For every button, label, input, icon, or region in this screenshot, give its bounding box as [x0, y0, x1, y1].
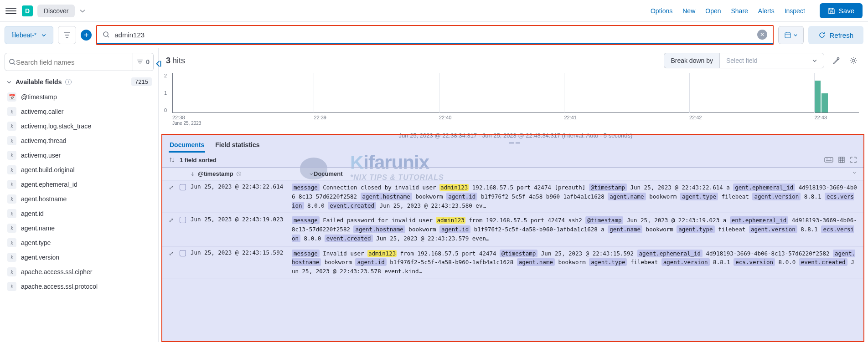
sort-down-icon — [191, 172, 195, 176]
svg-rect-5 — [825, 158, 833, 162]
field-name-label: activemq.thread — [21, 137, 67, 144]
available-fields-label: Available fields — [16, 78, 62, 86]
sort-icon[interactable] — [169, 157, 175, 163]
chevron-down-icon — [793, 33, 798, 37]
date-picker-button[interactable] — [778, 26, 804, 44]
document-rows: ⤢Jun 25, 2023 @ 22:43:22.614message Conn… — [162, 180, 863, 341]
available-fields-header[interactable]: Available fields i 7215 — [5, 76, 154, 90]
breakdown-select[interactable]: Select field — [719, 53, 824, 68]
expand-row-icon[interactable]: ⤢ — [169, 183, 180, 210]
field-item[interactable]: kagent.id — [5, 206, 154, 221]
row-checkbox[interactable] — [180, 216, 191, 243]
row-checkbox[interactable] — [180, 249, 191, 276]
link-options[interactable]: Options — [651, 7, 672, 15]
field-name-label: activemq.user — [21, 152, 61, 159]
row-timestamp: Jun 25, 2023 @ 22:43:19.023 — [191, 216, 292, 243]
col-document[interactable]: Document — [314, 170, 857, 177]
field-item[interactable]: kagent.name — [5, 221, 154, 235]
field-item[interactable]: kagent.hostname — [5, 192, 154, 206]
field-type-icon: k — [7, 122, 16, 131]
field-name-label: agent.name — [21, 225, 55, 232]
svg-point-2 — [10, 59, 14, 64]
field-type-icon: k — [7, 107, 16, 116]
link-alerts[interactable]: Alerts — [758, 7, 775, 15]
link-inspect[interactable]: Inspect — [785, 7, 805, 15]
field-name-label: activemq.log.stack_trace — [21, 123, 91, 130]
chart-edit-icon[interactable] — [829, 53, 843, 68]
field-list[interactable]: @timestampkactivemq.callerkactivemq.log.… — [5, 90, 154, 342]
field-type-icon: k — [7, 253, 16, 262]
field-search-input[interactable] — [16, 58, 130, 66]
y-axis: 2 1 0 — [164, 73, 167, 113]
field-item[interactable]: kapache.access.ssl.protocol — [5, 279, 154, 294]
add-filter-button[interactable]: + — [81, 30, 92, 41]
calendar-icon — [784, 31, 791, 39]
field-item[interactable]: kactivemq.log.stack_trace — [5, 119, 154, 133]
save-button[interactable]: Save — [820, 3, 863, 18]
index-pattern-selector[interactable]: filebeat-* — [5, 26, 53, 44]
clear-query-icon[interactable]: ✕ — [757, 30, 767, 40]
field-item[interactable]: kactivemq.caller — [5, 104, 154, 119]
breakdown-label: Break down by — [664, 53, 719, 68]
field-item[interactable]: kagent.version — [5, 250, 154, 265]
collapse-sidebar-button[interactable] — [153, 58, 164, 69]
field-item[interactable]: kagent.build.original — [5, 163, 154, 177]
chevron-down-icon — [812, 58, 817, 63]
field-filter-count[interactable]: 0 — [133, 53, 150, 71]
refresh-button[interactable]: Refresh — [808, 26, 863, 44]
chart-bar — [814, 81, 821, 112]
tab-field-statistics[interactable]: Field statistics — [214, 138, 260, 153]
link-new[interactable]: New — [682, 7, 695, 15]
hits-label: hits — [172, 56, 185, 66]
query-bar: filebeat-* + ✕ Refresh — [0, 22, 868, 48]
field-item[interactable]: kactivemq.thread — [5, 133, 154, 148]
link-open[interactable]: Open — [705, 7, 721, 15]
field-name-label: agent.type — [21, 239, 51, 246]
field-item[interactable]: kactivemq.user — [5, 148, 154, 163]
field-type-icon: k — [7, 282, 16, 291]
histogram-chart[interactable]: 2 1 0 22:38June 25, 2023 22:39 22:40 22:… — [159, 73, 868, 132]
row-timestamp: Jun 25, 2023 @ 22:43:15.592 — [191, 249, 292, 276]
query-input[interactable] — [114, 31, 753, 39]
row-timestamp: Jun 25, 2023 @ 22:43:22.614 — [191, 183, 292, 210]
svg-rect-6 — [839, 157, 844, 163]
discover-dropdown[interactable]: Discover — [37, 5, 75, 17]
field-item[interactable]: @timestamp — [5, 90, 154, 104]
col-timestamp[interactable]: @timestamp — [191, 170, 314, 177]
svg-point-4 — [852, 59, 855, 62]
chevron-down-icon — [6, 79, 12, 85]
field-name-label: agent.build.original — [21, 166, 75, 174]
menu-icon[interactable] — [5, 5, 16, 16]
chart-settings-icon[interactable] — [846, 53, 861, 68]
tab-documents[interactable]: Documents — [169, 138, 205, 153]
expand-row-icon[interactable]: ⤢ — [169, 216, 180, 243]
filter-icon — [63, 31, 71, 39]
info-icon[interactable]: i — [65, 79, 72, 85]
row-document: message Invalid user admin123 from 192.1… — [292, 249, 857, 276]
field-type-icon: k — [7, 151, 16, 160]
app-badge-discover[interactable]: D — [22, 5, 33, 16]
field-type-icon: k — [7, 224, 16, 233]
available-fields-count: 7215 — [131, 77, 152, 86]
field-name-label: agent.version — [21, 254, 59, 261]
row-checkbox[interactable] — [180, 183, 191, 210]
chevron-down-icon[interactable] — [79, 8, 86, 14]
keyboard-icon[interactable] — [824, 156, 833, 163]
field-search[interactable]: 0 — [5, 53, 154, 71]
field-item[interactable]: kapache.access.ssl.cipher — [5, 265, 154, 279]
documents-panel: Documents Field statistics 1 field sorte… — [161, 134, 864, 342]
density-icon[interactable] — [838, 156, 845, 163]
expand-row-icon[interactable]: ⤢ — [169, 249, 180, 276]
field-name-label: agent.ephemeral_id — [21, 181, 78, 188]
field-type-icon: k — [7, 238, 16, 247]
field-item[interactable]: kagent.ephemeral_id — [5, 177, 154, 192]
field-item[interactable]: kagent.type — [5, 235, 154, 250]
top-header: D Discover Options New Open Share Alerts… — [0, 0, 868, 22]
filter-funnel-button[interactable] — [58, 26, 76, 44]
clock-icon — [236, 171, 242, 177]
link-share[interactable]: Share — [731, 7, 748, 15]
fullscreen-icon[interactable] — [850, 156, 857, 163]
chevron-down-icon — [852, 170, 857, 175]
field-type-icon: k — [7, 180, 16, 189]
grid-header: @timestamp Document — [162, 167, 863, 180]
